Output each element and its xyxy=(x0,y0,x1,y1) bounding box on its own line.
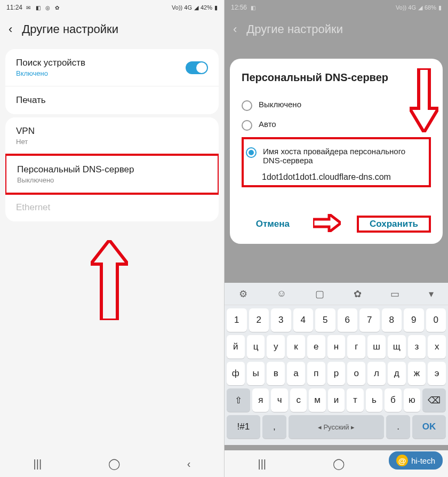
key[interactable]: ш xyxy=(367,335,386,359)
backspace-key[interactable]: ⌫ xyxy=(422,388,446,412)
app-icon: ◧ xyxy=(34,4,42,11)
key[interactable]: 0 xyxy=(426,308,446,332)
back-icon[interactable]: ‹ xyxy=(9,22,12,36)
key[interactable]: о xyxy=(347,362,365,385)
cancel-button[interactable]: Отмена xyxy=(249,214,297,234)
kb-settings-icon[interactable]: ⚙ xyxy=(239,288,247,300)
key[interactable]: 3 xyxy=(271,308,291,332)
kb-sticker-icon[interactable]: ▢ xyxy=(315,288,324,300)
symbols-key[interactable]: !#1 xyxy=(227,415,260,439)
battery-icon: ▮ xyxy=(214,4,218,11)
comma-key[interactable]: , xyxy=(262,415,286,439)
key[interactable]: 8 xyxy=(382,308,402,332)
key[interactable]: ц xyxy=(247,335,265,359)
key[interactable]: б xyxy=(385,388,401,412)
back-nav-icon[interactable]: ‹ xyxy=(187,458,191,470)
period-key[interactable]: . xyxy=(386,415,410,439)
radio-icon[interactable] xyxy=(242,120,252,131)
home-icon[interactable]: ◯ xyxy=(333,457,345,470)
kb-emoji-icon[interactable]: ☺ xyxy=(277,288,286,299)
signal-icon: ◢ xyxy=(418,4,422,11)
kb-row-b: фывапролджэ xyxy=(227,362,446,385)
key[interactable]: 9 xyxy=(404,308,424,332)
recents-icon[interactable]: ||| xyxy=(258,458,266,470)
row-label: Ethernet xyxy=(16,202,50,213)
space-key[interactable]: ◂ Русский ▸ xyxy=(289,415,385,439)
key[interactable]: а xyxy=(287,362,305,385)
key[interactable]: ю xyxy=(404,388,420,412)
key[interactable]: и xyxy=(328,388,345,412)
key[interactable]: р xyxy=(327,362,346,385)
back-icon[interactable]: ‹ xyxy=(233,22,237,36)
status-bar: 12:56 ◧ Vo)) 4G ◢ 68% ▮ xyxy=(225,0,448,15)
key[interactable]: 2 xyxy=(249,308,269,332)
key[interactable]: г xyxy=(347,335,365,359)
radio-auto[interactable]: Авто xyxy=(242,115,431,135)
key[interactable]: н xyxy=(327,335,346,359)
kb-hide-icon[interactable]: ▾ xyxy=(429,288,434,300)
key[interactable]: 1 xyxy=(227,308,247,332)
signal-icon: ◢ xyxy=(194,4,198,11)
key[interactable]: ж xyxy=(408,362,426,385)
key[interactable]: к xyxy=(287,335,305,359)
host-highlight-box: Имя хоста провайдера персонального DNS-с… xyxy=(242,137,431,187)
row-print[interactable]: Печать xyxy=(5,86,219,114)
key[interactable]: й xyxy=(227,335,245,359)
key[interactable]: в xyxy=(267,362,285,385)
toggle-on[interactable] xyxy=(186,61,208,74)
annotation-arrow-right-icon xyxy=(313,214,341,234)
keyboard: ⚙ ☺ ▢ ✿ ▭ ▾ 1234567890 йцукенгшщзх фывап… xyxy=(225,283,448,445)
radio-hostname[interactable]: Имя хоста провайдера персонального DNS-с… xyxy=(246,142,427,169)
row-vpn[interactable]: VPN Нет xyxy=(5,117,219,155)
dns-hostname-input[interactable]: 1dot1dot1dot1.cloudflare-dns.com xyxy=(246,169,427,182)
key[interactable]: з xyxy=(408,335,426,359)
key[interactable]: е xyxy=(307,335,325,359)
key[interactable]: т xyxy=(347,388,363,412)
key[interactable]: п xyxy=(307,362,325,385)
radio-off[interactable]: Выключено xyxy=(242,96,431,115)
row-label: Печать xyxy=(16,95,46,106)
row-label: Персональный DNS-сервер xyxy=(17,164,134,175)
key[interactable]: ч xyxy=(271,388,287,412)
key[interactable]: х xyxy=(428,335,446,359)
key[interactable]: л xyxy=(367,362,386,385)
home-icon[interactable]: ◯ xyxy=(108,457,120,470)
shift-key[interactable]: ⇧ xyxy=(227,388,250,412)
radio-label: Авто xyxy=(259,120,276,129)
radio-icon[interactable] xyxy=(242,100,252,111)
kb-expand-icon[interactable]: ▭ xyxy=(390,288,399,300)
kb-row-c: ⇧ ячсмитьбю ⌫ xyxy=(227,388,446,412)
watermark: @ hi-tech xyxy=(389,451,443,470)
key[interactable]: м xyxy=(309,388,325,412)
key[interactable]: ь xyxy=(366,388,382,412)
page-header: ‹ Другие настройки xyxy=(0,15,224,46)
settings-card-1: Поиск устройств Включено Печать xyxy=(5,49,219,114)
ok-key[interactable]: OK xyxy=(412,415,446,439)
row-ethernet: Ethernet xyxy=(5,194,219,221)
radio-label: Имя хоста провайдера персонального DNS-с… xyxy=(263,147,427,165)
key[interactable]: 5 xyxy=(315,308,335,332)
radio-selected-icon[interactable] xyxy=(246,147,257,158)
key[interactable]: э xyxy=(428,362,446,385)
key[interactable]: 4 xyxy=(293,308,314,332)
page-title: Другие настройки xyxy=(22,22,118,36)
key[interactable]: щ xyxy=(388,335,406,359)
key[interactable]: д xyxy=(388,362,406,385)
key[interactable]: у xyxy=(267,335,285,359)
kb-row-a: йцукенгшщзх xyxy=(227,335,446,359)
mail-icon: ✉ xyxy=(25,4,32,11)
recents-icon[interactable]: ||| xyxy=(34,458,42,470)
key[interactable]: 7 xyxy=(359,308,380,332)
key[interactable]: с xyxy=(290,388,307,412)
row-sub: Нет xyxy=(16,138,35,146)
key[interactable]: ы xyxy=(247,362,265,385)
clock: 12:56 xyxy=(231,4,247,11)
row-device-discovery[interactable]: Поиск устройств Включено xyxy=(5,49,219,86)
key[interactable]: я xyxy=(252,388,269,412)
key[interactable]: ф xyxy=(227,362,245,385)
key[interactable]: 6 xyxy=(338,308,358,332)
row-personal-dns[interactable]: Персональный DNS-сервер Выключено xyxy=(5,154,219,195)
save-button[interactable]: Сохранить xyxy=(362,214,426,233)
row-label: Поиск устройств xyxy=(16,58,85,68)
kb-gear-icon[interactable]: ✿ xyxy=(354,288,362,300)
